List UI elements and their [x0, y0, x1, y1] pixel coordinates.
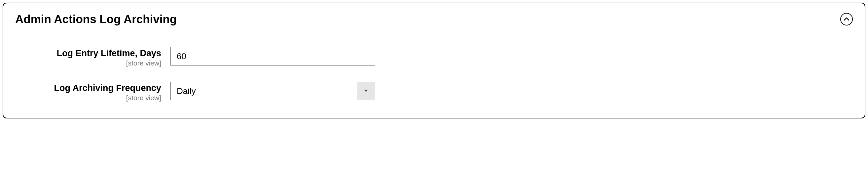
field-scope-lifetime: [store view]: [15, 59, 161, 67]
select-value: Daily: [170, 82, 357, 100]
chevron-down-icon: [364, 89, 368, 93]
panel-title: Admin Actions Log Archiving: [15, 12, 177, 26]
field-row-frequency: Log Archiving Frequency [store view] Dai…: [15, 82, 853, 102]
log-frequency-select[interactable]: Daily: [170, 82, 375, 100]
admin-log-archiving-panel: Admin Actions Log Archiving Log Entry Li…: [3, 3, 865, 118]
field-control: [170, 47, 375, 65]
field-scope-frequency: [store view]: [15, 94, 161, 102]
field-label-lifetime: Log Entry Lifetime, Days: [15, 48, 161, 59]
field-label-block: Log Archiving Frequency [store view]: [15, 82, 170, 102]
field-label-block: Log Entry Lifetime, Days [store view]: [15, 47, 170, 67]
collapse-button[interactable]: [840, 13, 853, 26]
field-label-frequency: Log Archiving Frequency: [15, 83, 161, 93]
panel-header: Admin Actions Log Archiving: [15, 12, 853, 26]
chevron-up-icon: [843, 17, 849, 21]
field-control: Daily: [170, 82, 375, 100]
field-row-lifetime: Log Entry Lifetime, Days [store view]: [15, 47, 853, 67]
log-lifetime-input[interactable]: [170, 47, 375, 65]
select-dropdown-button[interactable]: [357, 82, 375, 100]
